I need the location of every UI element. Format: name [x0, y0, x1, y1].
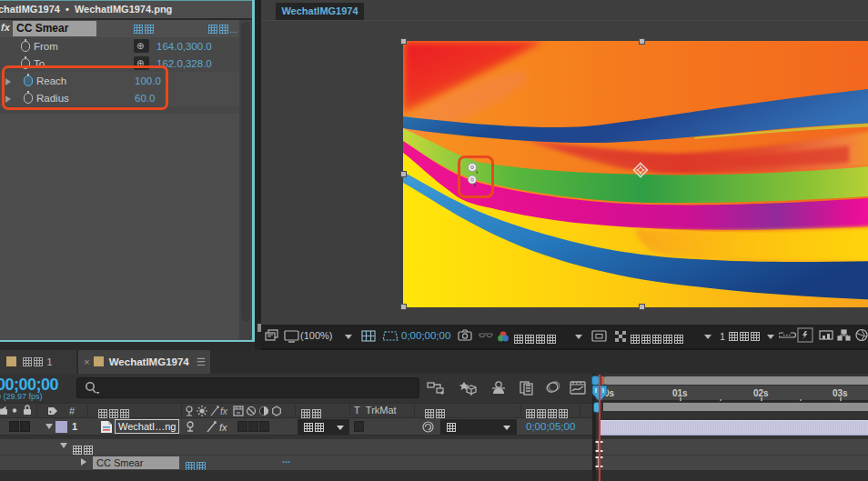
svg-text:#: # [69, 406, 76, 416]
svg-text:fx: fx [220, 406, 228, 416]
svg-text:fx: fx [219, 422, 227, 433]
